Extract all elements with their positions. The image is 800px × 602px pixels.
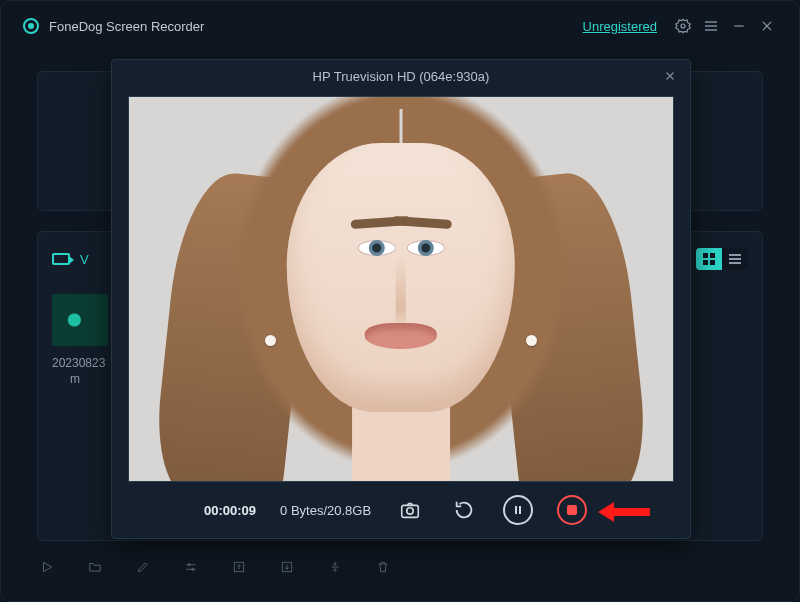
svg-marker-1 xyxy=(676,19,691,32)
export-icon[interactable] xyxy=(229,557,249,577)
minimize-button[interactable] xyxy=(725,12,753,40)
settings-gear-icon[interactable] xyxy=(669,12,697,40)
share-icon[interactable] xyxy=(277,557,297,577)
close-button[interactable] xyxy=(753,12,781,40)
svg-rect-9 xyxy=(710,253,715,258)
snapshot-camera-icon[interactable] xyxy=(395,495,425,525)
webcam-preview-frame xyxy=(128,96,674,482)
webcam-tab-label[interactable]: V xyxy=(80,252,89,267)
svg-rect-30 xyxy=(519,506,521,514)
play-icon[interactable] xyxy=(37,557,57,577)
compress-icon[interactable] xyxy=(325,557,345,577)
unregistered-link[interactable]: Unregistered xyxy=(583,19,657,34)
list-view-icon[interactable] xyxy=(722,248,748,270)
app-logo-wrap: FoneDog Screen Recorder xyxy=(23,18,204,34)
modal-close-icon[interactable] xyxy=(660,66,680,86)
svg-rect-8 xyxy=(703,253,708,258)
sliders-icon[interactable] xyxy=(181,557,201,577)
webcam-preview-modal: HP Truevision HD (064e:930a) 00:00:0 xyxy=(111,59,691,539)
app-logo-icon xyxy=(23,18,39,34)
app-window: FoneDog Screen Recorder Unregistered Vid… xyxy=(0,0,800,602)
svg-point-0 xyxy=(681,24,685,28)
recording-size: 0 Bytes/20.8GB xyxy=(280,503,371,518)
title-bar: FoneDog Screen Recorder Unregistered xyxy=(1,1,799,51)
stop-icon xyxy=(567,505,577,515)
menu-icon[interactable] xyxy=(697,12,725,40)
svg-point-28 xyxy=(407,508,413,514)
folder-icon[interactable] xyxy=(85,557,105,577)
modal-title: HP Truevision HD (064e:930a) xyxy=(313,69,490,84)
stop-button[interactable] xyxy=(557,495,587,525)
app-name: FoneDog Screen Recorder xyxy=(49,19,204,34)
pause-button[interactable] xyxy=(503,495,533,525)
bottom-toolbar xyxy=(37,551,763,583)
edit-icon[interactable] xyxy=(133,557,153,577)
webcam-tab-icon xyxy=(52,253,70,265)
svg-rect-10 xyxy=(703,260,708,265)
recording-thumbnail[interactable] xyxy=(52,294,108,346)
svg-marker-15 xyxy=(44,562,52,571)
svg-rect-29 xyxy=(515,506,517,514)
svg-rect-11 xyxy=(710,260,715,265)
modal-header: HP Truevision HD (064e:930a) xyxy=(112,60,690,92)
view-toggle xyxy=(696,248,748,270)
restart-icon[interactable] xyxy=(449,495,479,525)
grid-view-icon[interactable] xyxy=(696,248,722,270)
recording-timer: 00:00:09 xyxy=(204,503,256,518)
annotation-arrow xyxy=(598,502,650,522)
trash-icon[interactable] xyxy=(373,557,393,577)
